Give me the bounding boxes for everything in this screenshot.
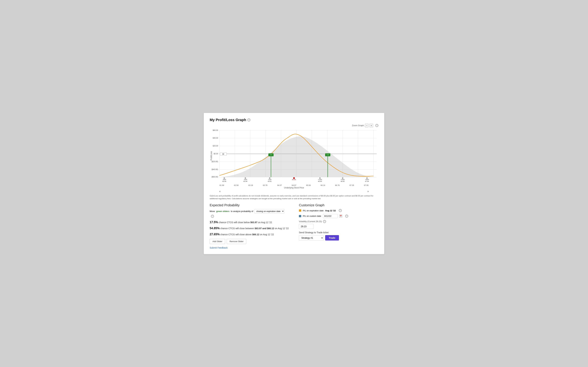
- page-title: My Profit/Loss Graph: [210, 118, 246, 122]
- slider-buttons: Add Slider Remove Slider: [210, 239, 289, 244]
- zoom-out-button[interactable]: −: [365, 124, 369, 127]
- svg-text:-1SD: -1SD: [268, 179, 271, 180]
- stat3-pct: 27.65%: [210, 233, 220, 236]
- svg-text:65.90: 65.90: [318, 180, 322, 182]
- svg-text:($20.00): ($20.00): [211, 161, 218, 163]
- prob-stat-2: 54.85% chance CTCG will close between $6…: [210, 226, 289, 231]
- svg-point-39: [245, 177, 246, 179]
- stat2-price: $63.97 and $66.12: [255, 227, 274, 230]
- remove-slider-button[interactable]: Remove Slider: [227, 239, 246, 244]
- stat3-date: on Aug 12 '22: [260, 233, 274, 236]
- pl-expiration-date: Aug 12 '22: [325, 209, 336, 212]
- pl-custom-label: P/L on custom date: [303, 215, 321, 217]
- svg-text:$0: $0: [223, 153, 224, 155]
- green-sliders-text: green sliders: [216, 210, 230, 212]
- stat3-text: chance CTCG will close above: [220, 233, 252, 236]
- stat1-text: chance CTCG will close below: [219, 221, 250, 224]
- svg-text:62.00: 62.00: [222, 180, 226, 182]
- stat2-date: on Aug 12 '22: [275, 227, 289, 230]
- customize-graph-section: Customize Graph P/L on expiration date A…: [299, 203, 378, 249]
- chart-nav-row: « »: [210, 190, 378, 193]
- svg-point-50: [342, 177, 343, 179]
- zoom-help-icon[interactable]: ?: [375, 124, 378, 127]
- x-axis-title: Underlying Stock Price: [210, 187, 378, 189]
- pl-expiration-row: P/L on expiration date Aug 12 '22 ?: [299, 209, 378, 212]
- strategy-select[interactable]: Strategy #1: [299, 235, 324, 241]
- pl-expiration-label: P/L on expiration date: [303, 209, 324, 212]
- x-label-6: 65.56: [306, 184, 311, 186]
- svg-text:($60.00): ($60.00): [211, 176, 218, 178]
- probability-dropdown-wrap: closing on expiration date: [254, 209, 284, 214]
- stat2-pct: 54.85%: [210, 227, 220, 230]
- x-label-1: 62.58: [234, 184, 239, 186]
- svg-text:Profit/Loss: Profit/Loss: [210, 151, 212, 160]
- add-slider-button[interactable]: Add Slider: [210, 239, 225, 244]
- nav-right-button[interactable]: »: [367, 190, 369, 193]
- svg-text:66.92: 66.92: [341, 180, 345, 182]
- svg-text:67.94: 67.94: [365, 180, 369, 182]
- svg-text:$0.00: $0.00: [214, 153, 218, 155]
- probability-dropdown[interactable]: closing on expiration date: [254, 209, 284, 214]
- calendar-icon[interactable]: 📅: [339, 215, 342, 217]
- svg-text:62.94: 62.94: [243, 180, 247, 182]
- x-label-3: 63.78: [263, 184, 268, 186]
- custom-date-input[interactable]: [323, 214, 338, 218]
- svg-point-47: [319, 177, 320, 179]
- svg-text:$40.00: $40.00: [213, 137, 218, 139]
- x-label-8: 66.76: [335, 184, 340, 186]
- x-label-9: 67.35: [349, 184, 354, 186]
- svg-text:($40.00): ($40.00): [211, 168, 218, 170]
- svg-point-42: [269, 177, 270, 179]
- svg-text:+3SD: +3SD: [365, 179, 369, 180]
- svg-text:⟺: ⟺: [327, 154, 329, 156]
- x-label-0: 61.99: [219, 184, 224, 186]
- svg-text:+1SD: +1SD: [318, 179, 322, 180]
- stat1-date: on Aug 12 '22: [258, 221, 272, 224]
- x-label-2: 63.18: [248, 184, 253, 186]
- prob-stat-3: 27.65% chance CTCG will close above $66.…: [210, 232, 289, 237]
- svg-text:+2SD: +2SD: [341, 179, 345, 180]
- card-header: My Profit/Loss Graph ?: [210, 118, 378, 122]
- custom-date-help-icon[interactable]: ?: [345, 215, 348, 217]
- prob-control-row: Move green sliders to analyze probabilit…: [210, 209, 289, 218]
- svg-text:63.91: 63.91: [268, 180, 271, 182]
- trade-row: Strategy #1 Trade: [299, 235, 378, 241]
- volatility-label: Volatility (Current 29.23) ?: [299, 220, 378, 223]
- x-label-10: 67.95: [364, 184, 369, 186]
- custom-color-swatch: [299, 215, 301, 217]
- svg-point-53: [366, 177, 368, 179]
- x-axis-labels: 61.99 62.58 63.18 63.78 64.37 64.97 65.5…: [210, 184, 378, 186]
- svg-point-44: [293, 177, 295, 179]
- svg-text:-2SD: -2SD: [244, 179, 247, 180]
- zoom-in-button[interactable]: +: [370, 124, 373, 127]
- disclaimer-text: Gain/Loss and probability of profit calc…: [210, 194, 378, 200]
- profit-loss-chart: $60.00 $40.00 $20.00 $0.00 ($20.00) ($40…: [210, 128, 378, 184]
- main-card: My Profit/Loss Graph ? Zoom Graph − + ? …: [204, 113, 384, 254]
- expiration-color-swatch: [299, 209, 301, 212]
- svg-point-36: [224, 177, 225, 179]
- prob-stat-1: 17.5% chance CTCG will close below $63.9…: [210, 220, 289, 225]
- volatility-input[interactable]: [299, 224, 314, 229]
- title-help-icon[interactable]: ?: [247, 118, 250, 121]
- stat3-price: $66.12: [252, 233, 259, 236]
- stat1-price: $63.97: [250, 221, 257, 224]
- stat1-pct: 17.5%: [210, 221, 218, 224]
- expected-probability-title: Expected Probability: [210, 203, 289, 207]
- analyze-text: to analyze probability of: [231, 210, 253, 212]
- submit-feedback-link[interactable]: Submit Feedback: [210, 246, 228, 249]
- x-label-7: 66.16: [320, 184, 325, 186]
- zoom-label: Zoom Graph: [352, 124, 364, 127]
- customize-graph-title: Customize Graph: [299, 203, 378, 207]
- nav-left-button[interactable]: «: [219, 190, 221, 193]
- expected-probability-section: Expected Probability Move green sliders …: [210, 203, 289, 249]
- svg-text:$20.00: $20.00: [213, 145, 218, 147]
- pl-custom-row: P/L on custom date 📅 ?: [299, 214, 378, 218]
- chart-container: $60.00 $40.00 $20.00 $0.00 ($20.00) ($40…: [210, 128, 378, 184]
- svg-text:$60.00: $60.00: [213, 129, 218, 131]
- x-label-5: 64.97: [292, 184, 296, 186]
- trade-button[interactable]: Trade: [325, 235, 339, 241]
- expiration-help-icon[interactable]: ?: [339, 209, 342, 212]
- prob-help-icon[interactable]: ?: [211, 215, 214, 218]
- vol-help-icon[interactable]: ?: [323, 220, 326, 223]
- bottom-section: Expected Probability Move green sliders …: [210, 203, 378, 249]
